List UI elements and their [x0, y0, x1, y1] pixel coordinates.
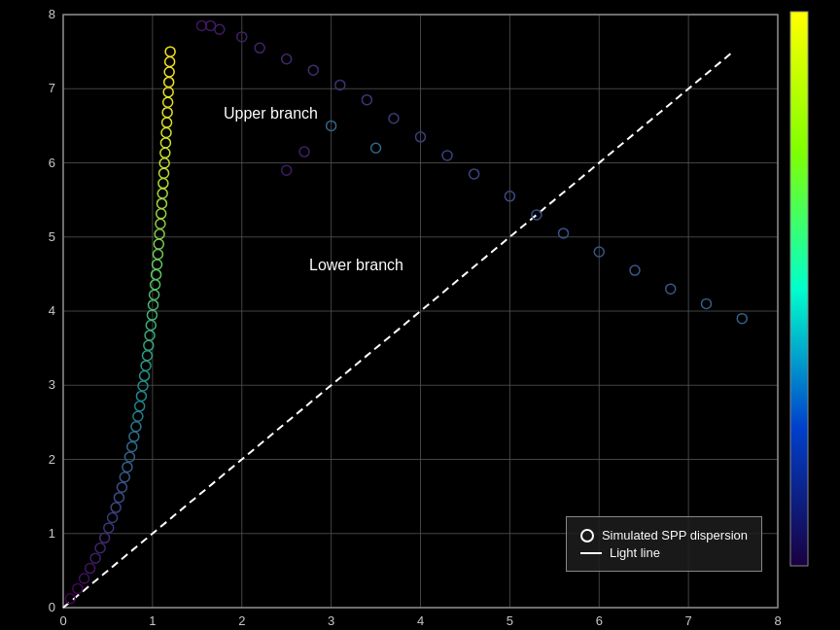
lower-branch-label: Lower branch	[309, 257, 403, 274]
legend-circle-icon	[580, 529, 594, 542]
legend-lightline: Light line	[580, 545, 748, 560]
legend-lightline-label: Light line	[610, 545, 660, 560]
upper-branch-label: Upper branch	[224, 105, 318, 122]
legend-simulated-label: Simulated SPP dispersion	[602, 528, 748, 542]
legend-dash-icon	[580, 552, 602, 554]
legend-box: Simulated SPP dispersion Light line	[566, 516, 762, 572]
legend-simulated: Simulated SPP dispersion	[580, 528, 748, 542]
chart-container: Upper branch Lower branch Simulated SPP …	[0, 0, 840, 630]
